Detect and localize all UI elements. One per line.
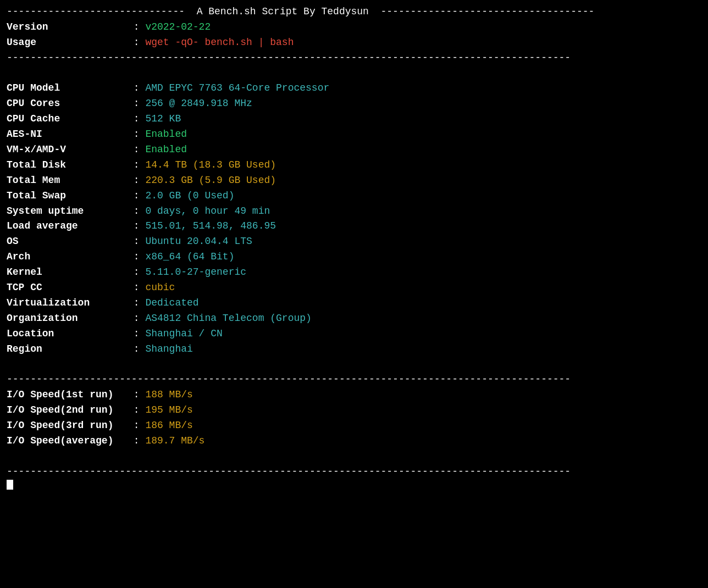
disk-line: Total Disk : 14.4 TB (18.3 GB Used) xyxy=(7,158,701,173)
spacer-1 xyxy=(7,66,701,81)
virt-label: Virtualization xyxy=(7,296,128,311)
loc-value: Shanghai / CN xyxy=(145,326,222,342)
virt-value: Dedicated xyxy=(145,296,198,311)
io-run2-value: 195 MB/s xyxy=(145,403,192,418)
kernel-value: 5.11.0-27-generic xyxy=(145,265,246,280)
version-label: Version xyxy=(7,20,128,35)
vmx-label: VM-x/AMD-V xyxy=(7,142,128,158)
usage-label: Usage xyxy=(7,35,128,51)
uptime-label: System uptime xyxy=(7,204,128,219)
io-run1-label: I/O Speed(1st run) xyxy=(7,387,128,403)
uptime-value: 0 days, 0 hour 49 min xyxy=(145,204,270,219)
io-avg-line: I/O Speed(average) : 189.7 MB/s xyxy=(7,434,701,449)
virt-line: Virtualization : Dedicated xyxy=(7,296,701,311)
org-value: AS4812 China Telecom (Group) xyxy=(145,311,311,326)
cpu-model-value: AMD EPYC 7763 64-Core Processor xyxy=(145,81,329,96)
load-value: 515.01, 514.98, 486.95 xyxy=(145,219,276,234)
io-run1-line: I/O Speed(1st run) : 188 MB/s xyxy=(7,387,701,403)
io-run2-label: I/O Speed(2nd run) xyxy=(7,403,128,418)
version-value: v2022-02-22 xyxy=(145,20,211,35)
arch-label: Arch xyxy=(7,249,128,265)
kernel-line: Kernel : 5.11.0-27-generic xyxy=(7,265,701,280)
mem-line: Total Mem : 220.3 GB (5.9 GB Used) xyxy=(7,173,701,188)
aes-line: AES-NI : Enabled xyxy=(7,127,701,142)
io-run2-line: I/O Speed(2nd run) : 195 MB/s xyxy=(7,403,701,418)
os-value: Ubuntu 20.04.4 LTS xyxy=(145,234,252,249)
load-label: Load average xyxy=(7,219,128,234)
cpu-cache-line: CPU Cache : 512 KB xyxy=(7,112,701,127)
cpu-cores-value: 256 @ 2849.918 MHz xyxy=(145,96,252,112)
tcp-value: cubic xyxy=(145,280,175,296)
io-run3-label: I/O Speed(3rd run) xyxy=(7,418,128,434)
header-divider-top: ------------------------------ A Bench.s… xyxy=(7,4,701,20)
load-line: Load average : 515.01, 514.98, 486.95 xyxy=(7,219,701,234)
usage-value: wget -qO- bench.sh | bash xyxy=(145,35,294,51)
cpu-cores-label: CPU Cores xyxy=(7,96,128,112)
org-label: Organization xyxy=(7,311,128,326)
swap-value: 2.0 GB (0 Used) xyxy=(145,188,234,204)
disk-label: Total Disk xyxy=(7,158,128,173)
vmx-value: Enabled xyxy=(145,142,187,158)
os-line: OS : Ubuntu 20.04.4 LTS xyxy=(7,234,701,249)
vmx-line: VM-x/AMD-V : Enabled xyxy=(7,142,701,158)
org-line: Organization : AS4812 China Telecom (Gro… xyxy=(7,311,701,326)
terminal: ------------------------------ A Bench.s… xyxy=(7,4,701,490)
cpu-cores-line: CPU Cores : 256 @ 2849.918 MHz xyxy=(7,96,701,112)
mem-label: Total Mem xyxy=(7,173,128,188)
io-run1-value: 188 MB/s xyxy=(145,387,192,403)
loc-label: Location xyxy=(7,326,128,342)
disk-value: 14.4 TB (18.3 GB Used) xyxy=(145,158,276,173)
version-line: Version : v2022-02-22 xyxy=(7,20,701,35)
mem-value: 220.3 GB (5.9 GB Used) xyxy=(145,173,276,188)
cpu-model-label: CPU Model xyxy=(7,81,128,96)
cpu-model-line: CPU Model : AMD EPYC 7763 64-Core Proces… xyxy=(7,81,701,96)
kernel-label: Kernel xyxy=(7,265,128,280)
cpu-cache-value: 512 KB xyxy=(145,112,181,127)
io-avg-label: I/O Speed(average) xyxy=(7,434,128,449)
aes-value: Enabled xyxy=(145,127,187,142)
io-run3-value: 186 MB/s xyxy=(145,418,192,434)
io-run3-line: I/O Speed(3rd run) : 186 MB/s xyxy=(7,418,701,434)
cpu-cache-label: CPU Cache xyxy=(7,112,128,127)
arch-line: Arch : x86_64 (64 Bit) xyxy=(7,249,701,265)
tcp-label: TCP CC xyxy=(7,280,128,296)
region-value: Shanghai xyxy=(145,342,192,357)
region-line: Region : Shanghai xyxy=(7,342,701,357)
swap-label: Total Swap xyxy=(7,188,128,204)
uptime-line: System uptime : 0 days, 0 hour 49 min xyxy=(7,204,701,219)
aes-label: AES-NI xyxy=(7,127,128,142)
arch-value: x86_64 (64 Bit) xyxy=(145,249,234,265)
os-label: OS xyxy=(7,234,128,249)
header-divider-bottom: ----------------------------------------… xyxy=(7,51,701,66)
region-label: Region xyxy=(7,342,128,357)
swap-line: Total Swap : 2.0 GB (0 Used) xyxy=(7,188,701,204)
spacer-2 xyxy=(7,357,701,372)
terminal-cursor xyxy=(7,480,13,490)
spacer-3 xyxy=(7,449,701,464)
tcp-line: TCP CC : cubic xyxy=(7,280,701,296)
io-avg-value: 189.7 MB/s xyxy=(145,434,204,449)
cursor-line xyxy=(7,480,701,490)
usage-line: Usage : wget -qO- bench.sh | bash xyxy=(7,35,701,51)
io-divider-top: ----------------------------------------… xyxy=(7,372,701,387)
io-divider-bottom: ----------------------------------------… xyxy=(7,464,701,480)
loc-line: Location : Shanghai / CN xyxy=(7,326,701,342)
